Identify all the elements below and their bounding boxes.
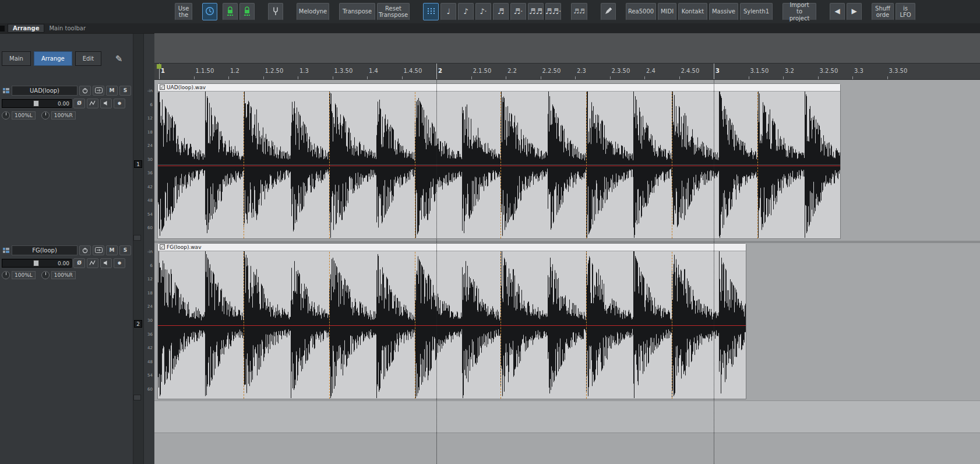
db-scale-label: 60: [147, 226, 153, 230]
track2-mini-button[interactable]: [133, 395, 141, 400]
track1-volume-fader[interactable]: 0.00: [2, 99, 72, 108]
track1-power-button[interactable]: [79, 86, 91, 96]
brush-button[interactable]: ✎: [111, 51, 126, 66]
track2-pan-knob-right[interactable]: [41, 271, 50, 279]
ruler-label: 2.4: [646, 68, 655, 74]
grid-division-button[interactable]: [423, 3, 439, 20]
tab-arrange[interactable]: Arrange: [8, 24, 44, 33]
reset-transpose-button[interactable]: Reset Transpose: [377, 3, 410, 20]
note-division-button-3[interactable]: ♪·: [475, 3, 491, 20]
next-button[interactable]: ▶: [847, 3, 862, 20]
record-dot-icon: ●: [118, 261, 121, 265]
timeline-ruler[interactable]: 11.1.501.21.2.501.31.3.501.41.4.5022.1.5…: [154, 63, 980, 80]
fader-handle[interactable]: [33, 260, 39, 266]
lock-button-2[interactable]: [239, 3, 255, 20]
track1-mute-button[interactable]: M: [106, 86, 118, 96]
use-the-button[interactable]: Use the: [175, 3, 192, 20]
waveform-centerline: [158, 166, 840, 166]
note-division-button-6[interactable]: ♬♬: [528, 3, 544, 20]
track1-name-row: UAD(loop) M S: [2, 85, 131, 96]
track-control-panel: Main Arrange Edit ✎ UAD(loop) M S 0.00 Ø…: [0, 33, 154, 464]
dotted-notes-button[interactable]: ♬♬: [571, 3, 587, 20]
transpose-button[interactable]: Transpose: [339, 3, 375, 20]
track1-mini-button[interactable]: [133, 235, 141, 241]
track1-solo-button[interactable]: S: [119, 86, 131, 96]
shuffle-order-button[interactable]: Shuff orde: [872, 3, 894, 20]
melodyne-button[interactable]: Melodyne: [297, 3, 329, 20]
docker-handle[interactable]: [0, 26, 5, 31]
midi-button[interactable]: MIDI: [658, 3, 676, 20]
ruler-label: 2.1.50: [473, 68, 492, 74]
lock-button-1[interactable]: [223, 3, 238, 20]
track1-pan-right-value[interactable]: 100%R: [51, 111, 76, 119]
note-division-button-2[interactable]: ♪: [458, 3, 474, 20]
track1-pan-knob-right[interactable]: [41, 111, 50, 119]
note-division-button-4[interactable]: ♬: [493, 3, 509, 20]
ruler-tick: [714, 64, 714, 79]
note-division-button-5[interactable]: ♬·: [510, 3, 526, 20]
media-item-uad-loop[interactable]: UAD(loop).wav: [157, 83, 841, 239]
ruler-label: 1.2: [230, 68, 239, 74]
track2-volume-fader[interactable]: 0.00: [2, 259, 72, 268]
note-division-button-7[interactable]: ♬♬·: [545, 3, 561, 20]
db-scale: -in6121824303642485460: [143, 89, 153, 230]
arrange-header-area: [154, 33, 980, 63]
ruler-tick: [298, 76, 298, 79]
db-scale-label: 30: [147, 318, 153, 323]
tcp-tabs: Main Arrange Edit ✎: [2, 51, 126, 66]
track2-record-arm-button[interactable]: ●: [114, 258, 125, 268]
track1-monitor-button[interactable]: [100, 99, 112, 108]
tcp-tab-arrange[interactable]: Arrange: [34, 51, 72, 66]
ruler-tick: [333, 76, 333, 79]
ruler-tick: [367, 76, 368, 79]
track2-pan-knob-left[interactable]: [2, 271, 10, 279]
media-item-label: UAD(loop).wav: [158, 84, 840, 92]
track2-envelope-button[interactable]: [87, 258, 98, 268]
track2-solo-button[interactable]: S: [119, 245, 131, 255]
tuning-fork-button[interactable]: [268, 3, 283, 20]
waveform-canvas: [158, 251, 746, 398]
track2-pan-row: 100%L 100%R: [2, 270, 131, 280]
import-to-project-button[interactable]: Import to project: [782, 3, 816, 20]
fader-handle[interactable]: [33, 100, 39, 107]
prev-button[interactable]: ◀: [830, 3, 845, 20]
track1-record-arm-button[interactable]: ●: [114, 99, 125, 108]
db-scale-label: 36: [147, 332, 153, 337]
track1-pan-left-value[interactable]: 100%L: [12, 111, 36, 119]
item-filename: FG(loop).wav: [167, 244, 201, 250]
media-item-fg-loop[interactable]: FG(loop).wav: [157, 243, 746, 399]
grid-icon: [427, 8, 435, 16]
track2-pan-left-value[interactable]: 100%L: [12, 271, 36, 279]
is-lfo-button[interactable]: is LFO: [896, 3, 915, 20]
media-item-label: FG(loop).wav: [158, 244, 746, 251]
edit-cursor-marker[interactable]: [157, 64, 161, 69]
tab-main-toolbar[interactable]: Main toolbar: [44, 24, 90, 33]
track2-pan-right-value[interactable]: 100%R: [51, 271, 76, 279]
track1-envelope-button[interactable]: [87, 99, 98, 108]
tcp-tab-edit[interactable]: Edit: [75, 51, 101, 66]
track-icon: [2, 86, 10, 95]
sylenth1-button[interactable]: Sylenth1: [740, 3, 773, 20]
track2-name-field[interactable]: FG(loop): [12, 245, 77, 255]
track1-pan-knob-left[interactable]: [2, 111, 10, 119]
track1-route-button[interactable]: [93, 86, 104, 96]
track2-route-button[interactable]: [93, 245, 104, 255]
pencil-button[interactable]: [601, 3, 616, 20]
track1-phase-button[interactable]: Ø: [73, 99, 85, 108]
massive-button[interactable]: Massive: [709, 3, 738, 20]
ruler-label: 1.3: [299, 68, 309, 74]
track2-mute-button[interactable]: M: [106, 245, 118, 255]
note-division-button-1[interactable]: ♩: [440, 3, 456, 20]
tcp-tab-main[interactable]: Main: [2, 51, 31, 66]
track2-number-badge: 2: [134, 320, 142, 328]
track2-phase-button[interactable]: Ø: [73, 258, 85, 268]
kontakt-button[interactable]: Kontakt: [678, 3, 707, 20]
track2-power-button[interactable]: [79, 245, 91, 255]
track2-monitor-button[interactable]: [100, 258, 112, 268]
clock-button[interactable]: [202, 3, 217, 20]
track1-number-badge: 1: [134, 160, 142, 168]
waveform-canvas: [158, 92, 840, 238]
db-scale-label: 48: [147, 198, 153, 203]
track1-name-field[interactable]: UAD(loop): [12, 86, 77, 96]
rea5000-button[interactable]: Rea5000: [626, 3, 656, 20]
